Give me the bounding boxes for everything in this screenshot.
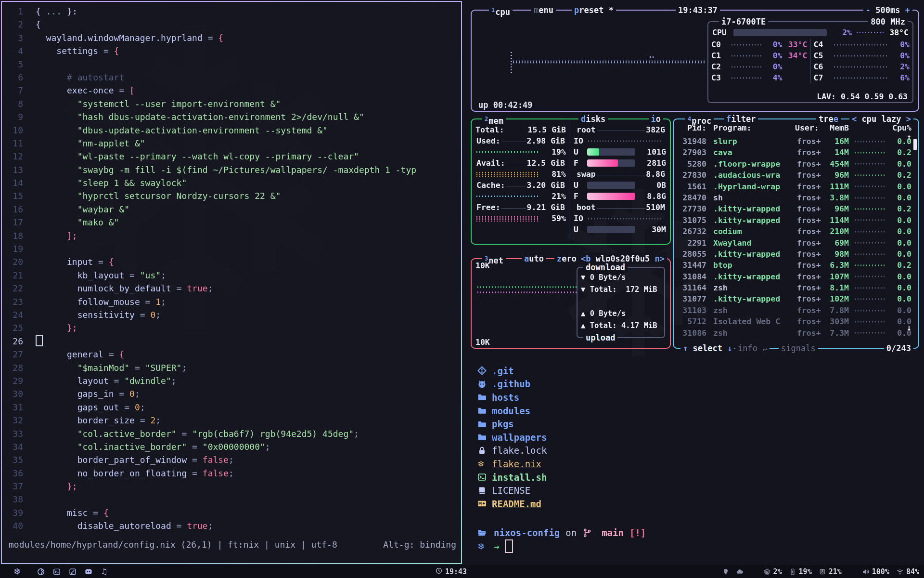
editor-line[interactable]: 18 ]; [2,229,461,242]
process-row[interactable]: 31086zshfros+7.3M0.0 [674,328,915,339]
editor-line[interactable]: 36 no_border_on_floating = false; [2,467,461,480]
editor-line[interactable]: 31 gaps_out = 0; [2,401,461,414]
browser-icon[interactable] [37,568,45,576]
proc-scrollbar-thumb[interactable] [913,139,917,150]
process-row[interactable]: 5280.floorp-wrappefros+454M0.0 [674,158,915,170]
cpu-core-row: C50% [811,50,913,61]
editor-line[interactable]: 26 [2,335,461,348]
net-zero-button[interactable]: zero [554,253,579,264]
net-auto-button[interactable]: auto [522,253,546,264]
prompt-input-line[interactable]: ❄ → [464,539,924,553]
process-row[interactable]: 28470shfros+3.8M0.0 [674,192,915,203]
editor-line[interactable]: 13 "swaybg -m fill -i $(find ~/Pictures/… [2,163,461,176]
process-row[interactable]: 5712Isolated Web Cfros+303M0.0 [674,316,915,327]
volume-icon [862,568,869,575]
editor-line[interactable]: 2{ [2,18,461,31]
editor-line[interactable]: 11 "nm-applet &" [2,137,461,150]
bar-clock-module[interactable]: 19:43 [436,567,467,576]
editor-line[interactable]: 27 general = { [2,348,461,361]
scroll-down-arrow[interactable]: ↓ [907,323,911,332]
core-meter [731,66,761,68]
editor-line[interactable]: 12 "wl-paste --primary --watch wl-copy -… [2,150,461,163]
editor-line[interactable]: 7 exec-once = [ [2,84,461,97]
process-row[interactable]: 2291Xwaylandfros+69M0.0 [674,237,915,249]
editor-line[interactable]: 37 }; [2,480,461,493]
editor-line[interactable]: 32 border_size = 2; [2,414,461,427]
editor-line[interactable]: 22 numlock_by_default = true; [2,282,461,295]
notes-icon[interactable] [69,568,77,576]
process-row[interactable]: 31077.kitty-wrappedfros+102M0.0 [674,293,915,304]
editor-line[interactable]: 5 [2,58,461,71]
editor-line[interactable]: 34 "col.inactive_border" = "0x00000000"; [2,440,461,453]
mem-stat-value: 15.5 GiB [528,124,566,135]
code-token: = [177,521,187,531]
nix-logo-icon[interactable]: ❄ [13,567,21,576]
memory-icon [789,568,796,575]
process-row[interactable]: 1561.Hyprland-wrapfros+111M0.0 [674,181,915,192]
disk-module[interactable]: 21% [819,567,842,576]
cpu-module[interactable]: 2% [764,567,782,576]
memory-module[interactable]: 19% [789,567,812,576]
proc-info-button[interactable]: info ↵ [735,342,770,354]
proc-select-button[interactable]: ↑ select ↓ [680,342,734,354]
process-row[interactable]: 26732codiumfros+210M0.0 [674,226,915,237]
process-row[interactable]: 31447btopfros+6.3M0.2 [674,260,915,271]
line-number: 10 [2,124,23,137]
process-cpu-percent: 0.0 [889,181,911,192]
editor-line[interactable]: 16 "waybar &" [2,203,461,216]
btop-menu-button[interactable]: menu [531,4,556,16]
editor-line[interactable]: 19 [2,242,461,255]
editor-line[interactable]: 38 [2,493,461,506]
core-name: C2 [711,62,728,71]
process-user: fros+ [795,136,824,147]
interval-plus-button[interactable]: + [905,5,910,15]
process-row[interactable]: 27730.kitty-wrappedfros+96M0.2 [674,203,915,214]
editor-buffer[interactable]: 1{ ... }:2{3 wayland.windowManager.hyprl… [2,5,461,533]
editor-line[interactable]: 1{ ... }: [2,5,461,18]
process-row[interactable]: 31075.kitty-wrappedfros+114M0.0 [674,215,915,226]
line-number: 1 [2,5,23,18]
location-module[interactable] [722,568,729,575]
proc-signals-button[interactable]: signals [779,342,818,354]
editor-line[interactable]: 20 input = { [2,255,461,268]
process-row[interactable]: 31103zshfros+7.8M0.0 [674,305,915,316]
editor-line[interactable]: 23 follow_mouse = 1; [2,295,461,308]
editor-line[interactable]: 14 "sleep 1 && swaylock" [2,176,461,189]
volume-module[interactable]: 100% [862,567,889,576]
editor-line[interactable]: 10 "dbus-update-activation-environment -… [2,124,461,137]
discord-icon[interactable] [85,568,92,576]
terminal-icon[interactable] [53,568,61,576]
editor-line[interactable]: 39 misc = { [2,506,461,519]
editor-line[interactable]: 35 border_part_of_window = false; [2,453,461,466]
editor-line[interactable]: 25 }; [2,321,461,334]
editor-line[interactable]: 30 gaps_in = 0; [2,387,461,400]
editor-line[interactable]: 28 "$mainMod" = "SUPER"; [2,361,461,374]
music-icon[interactable]: ♫ [101,567,107,576]
interval-minus-button[interactable]: - [866,5,871,15]
weather-module[interactable] [736,568,743,575]
editor-line[interactable]: 29 layout = "dwindle"; [2,374,461,387]
process-row[interactable]: 27903cavafros+14M0.2 [674,147,915,158]
process-row[interactable]: 31164zshfros+8.1M0.0 [674,282,915,293]
process-memory: 111M [824,181,849,192]
editor-line[interactable]: 9 "hash dbus-update-activation-environme… [2,110,461,123]
btop-preset-button[interactable]: preset * [572,4,616,16]
editor-line[interactable]: 17 "mako &" [2,216,461,229]
disks-panel-title[interactable]: disks [578,113,608,125]
process-row[interactable]: 31948slurpfros+16M0.0 [674,136,915,147]
editor-line[interactable]: 21 kb_layout = "us"; [2,269,461,282]
editor-line[interactable]: 6 # autostart [2,71,461,84]
process-row[interactable]: 31084.kitty-wrappedfros+107M0.0 [674,271,915,282]
editor-line[interactable]: 3 wayland.windowManager.hyprland = { [2,31,461,44]
module-value: 2% [773,567,782,576]
io-mode-button[interactable]: io [649,113,664,125]
wifi-module[interactable]: 84% [897,567,919,576]
process-row[interactable]: 27830.audacious-wrafros+96M0.2 [674,170,915,181]
editor-line[interactable]: 4 settings = { [2,44,461,57]
process-row[interactable]: 28055.kitty-wrappedfros+98M0.0 [674,249,915,260]
editor-line[interactable]: 33 "col.active_border" = "rgb(cba6f7) rg… [2,427,461,440]
editor-line[interactable]: 15 "hyprctl setcursor Nordzy-cursors 22 … [2,189,461,202]
editor-line[interactable]: 40 disable_autoreload = true; [2,519,461,532]
editor-line[interactable]: 8 "systemctl --user import-environment &… [2,97,461,110]
editor-line[interactable]: 24 sensitivity = 0; [2,308,461,321]
